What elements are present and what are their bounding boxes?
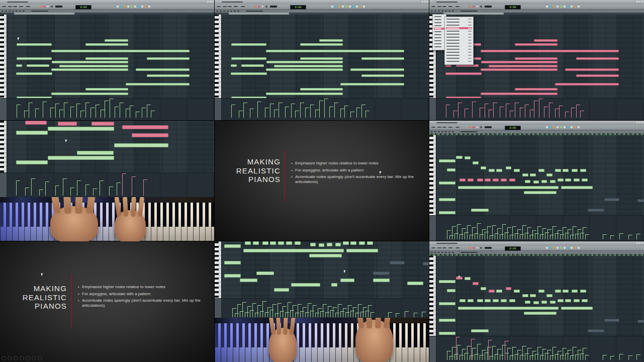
menu-item[interactable] xyxy=(448,127,452,128)
midi-note[interactable] xyxy=(278,241,284,245)
velocity-cap[interactable] xyxy=(568,350,572,350)
velocity-stem[interactable] xyxy=(555,233,556,239)
velocity-cap[interactable] xyxy=(495,354,499,354)
piano-roll-grid[interactable] xyxy=(429,135,644,215)
velocity-cap[interactable] xyxy=(520,234,524,235)
velocity-cap[interactable] xyxy=(578,229,582,230)
midi-note[interactable] xyxy=(473,282,479,285)
velocity-stem[interactable] xyxy=(515,354,515,360)
velocity-cap[interactable] xyxy=(482,229,486,230)
velocity-cap[interactable] xyxy=(122,173,126,174)
toolbar-icon[interactable] xyxy=(546,6,548,8)
piano-roll-grid[interactable] xyxy=(215,241,429,298)
velocity-cap[interactable] xyxy=(350,311,354,311)
velocity-stem[interactable] xyxy=(619,233,620,239)
velocity-stem[interactable] xyxy=(573,226,573,239)
toolbar-icon[interactable] xyxy=(338,6,340,8)
velocity-cap[interactable] xyxy=(25,188,29,188)
toolbar-icon[interactable] xyxy=(141,6,143,8)
midi-note[interactable] xyxy=(555,169,561,172)
menu-item[interactable] xyxy=(434,43,445,45)
midi-note[interactable] xyxy=(27,64,49,67)
toolbar-icon[interactable] xyxy=(546,247,548,249)
piano-keys-strip[interactable] xyxy=(429,255,436,336)
midi-note[interactable] xyxy=(514,169,520,172)
velocity-stem[interactable] xyxy=(525,105,525,118)
more-icon[interactable] xyxy=(26,356,30,360)
velocity-stem[interactable] xyxy=(555,354,556,360)
velocity-cap[interactable] xyxy=(143,179,147,180)
midi-note[interactable] xyxy=(350,241,356,245)
velocity-cap[interactable] xyxy=(515,354,519,354)
velocity-stem[interactable] xyxy=(77,180,77,196)
velocity-cap[interactable] xyxy=(558,230,562,231)
velocity-stem[interactable] xyxy=(517,229,518,239)
midi-note[interactable] xyxy=(340,83,404,85)
velocity-stem[interactable] xyxy=(85,185,86,196)
piano-roll-tool-icon[interactable] xyxy=(2,11,4,12)
midi-note[interactable] xyxy=(439,332,455,335)
midi-note[interactable] xyxy=(295,241,301,245)
midi-note[interactable] xyxy=(423,262,429,265)
velocity-lane[interactable] xyxy=(215,98,429,121)
midi-note[interactable] xyxy=(59,65,128,67)
velocity-cap[interactable] xyxy=(446,105,450,105)
midi-note[interactable] xyxy=(530,173,536,176)
velocity-stem[interactable] xyxy=(285,107,286,118)
toolbar-icon[interactable] xyxy=(557,126,559,128)
velocity-stem[interactable] xyxy=(237,304,238,317)
midi-note[interactable] xyxy=(300,57,343,60)
velocity-stem[interactable] xyxy=(497,349,498,360)
toolbar-icon[interactable] xyxy=(553,126,555,128)
velocity-stem[interactable] xyxy=(485,352,485,360)
midi-note[interactable] xyxy=(310,243,316,246)
velocity-cap[interactable] xyxy=(305,312,309,313)
velocity-stem[interactable] xyxy=(109,187,110,196)
velocity-cap[interactable] xyxy=(472,227,476,228)
velocity-stem[interactable] xyxy=(465,232,465,239)
velocity-stem[interactable] xyxy=(522,225,523,239)
next-icon[interactable] xyxy=(32,356,36,360)
midi-note[interactable] xyxy=(465,156,471,159)
frame-r2c2[interactable]: MAKING REALISTIC PIANOS •Emphasize highe… xyxy=(215,121,429,241)
piano-roll-tool-icon[interactable] xyxy=(448,252,450,253)
midi-note[interactable] xyxy=(286,241,292,245)
velocity-cap[interactable] xyxy=(502,224,506,225)
velocity-stem[interactable] xyxy=(70,107,71,118)
menu-item[interactable] xyxy=(448,247,452,248)
toolbar-icon[interactable] xyxy=(574,126,576,128)
velocity-stem[interactable] xyxy=(117,183,117,196)
velocity-cap[interactable] xyxy=(90,108,95,108)
velocity-cap[interactable] xyxy=(575,354,579,355)
toolbar-icon[interactable] xyxy=(117,6,119,8)
velocity-cap[interactable] xyxy=(454,233,458,234)
midi-note[interactable] xyxy=(501,178,507,182)
midi-note[interactable] xyxy=(541,180,547,183)
toolbar-icon[interactable] xyxy=(352,6,354,8)
record-icon[interactable] xyxy=(473,6,475,8)
frame-r1c2[interactable]: 0:00 xyxy=(215,0,429,121)
midi-note[interactable] xyxy=(525,180,530,183)
midi-note[interactable] xyxy=(565,178,571,182)
velocity-cap[interactable] xyxy=(570,235,574,235)
velocity-cap[interactable] xyxy=(151,111,155,111)
velocity-cap[interactable] xyxy=(457,224,461,225)
scrollbar-handle[interactable] xyxy=(229,13,289,15)
midi-note[interactable] xyxy=(481,166,486,169)
velocity-cap[interactable] xyxy=(239,111,243,111)
menu-item[interactable] xyxy=(434,25,445,27)
velocity-stem[interactable] xyxy=(470,355,470,360)
toolbar-icon[interactable] xyxy=(148,6,150,8)
velocity-stem[interactable] xyxy=(115,107,115,118)
velocity-stem[interactable] xyxy=(250,310,250,317)
velocity-cap[interactable] xyxy=(482,350,486,350)
velocity-cap[interactable] xyxy=(573,226,577,227)
midi-note[interactable] xyxy=(550,301,556,304)
velocity-stem[interactable] xyxy=(110,99,110,118)
velocity-lane[interactable] xyxy=(0,98,215,121)
midi-note[interactable] xyxy=(445,72,482,75)
velocity-cap[interactable] xyxy=(530,235,534,235)
velocity-cap[interactable] xyxy=(55,186,59,186)
velocity-stem[interactable] xyxy=(96,105,96,118)
midi-note[interactable] xyxy=(17,43,52,46)
